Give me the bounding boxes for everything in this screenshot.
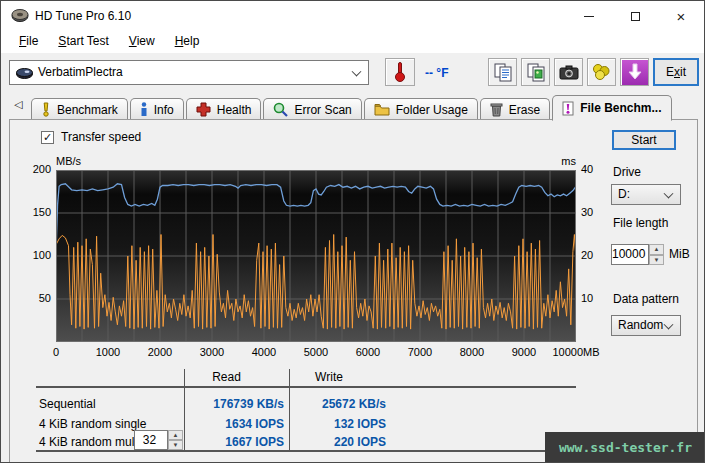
spin-down-icon[interactable]: ▼ [168,440,183,450]
chevron-down-icon [352,66,362,76]
screenshot-button[interactable] [554,58,583,86]
app-icon [11,9,29,23]
transfer-speed-label: Transfer speed [61,130,141,144]
tab-benchmark[interactable]: Benchmark [31,98,128,120]
drive-selector-value: VerbatimPlectra [38,65,123,79]
save-arrow-down-icon [627,63,643,81]
close-icon: × [677,9,686,24]
file-length-unit: MiB [669,247,690,261]
menu-file[interactable]: File [9,31,48,53]
minimize-button[interactable] [566,1,612,31]
start-button[interactable]: Start [612,130,676,150]
file-length-stepper[interactable]: ▲▼ [649,244,664,265]
chevron-down-icon [664,319,674,329]
queue-depth-input[interactable]: 32 [134,430,168,450]
exclamation-icon [41,102,51,117]
transfer-speed-plot [56,170,576,342]
donate-button[interactable] [587,58,616,86]
chevron-down-icon [664,188,674,198]
drive-dropdown[interactable]: D: [611,184,681,205]
title-bar: HD Tune Pro 6.10 × [1,1,704,31]
toolbar: VerbatimPlectra -- °F [1,53,704,93]
file-exclamation-icon [562,101,574,116]
spin-up-icon[interactable]: ▲ [649,244,664,255]
menu-start-test[interactable]: Start Test [48,31,118,53]
copy-text-button[interactable] [488,58,517,86]
hard-disk-icon [16,68,33,79]
left-axis-title: MB/s [56,155,81,167]
maximize-button[interactable] [612,1,658,31]
minimize-icon [584,16,594,17]
file-length-label: File length [613,216,668,230]
tab-file-benchmark[interactable]: File Benchm... [552,95,671,121]
menu-bar: File Start Test View Help [1,31,704,53]
maximize-icon [631,12,640,21]
close-button[interactable]: × [658,1,704,31]
row-random-single-label: 4 KiB random single [39,417,146,431]
menu-view[interactable]: View [119,31,165,53]
drive-selector-dropdown[interactable]: VerbatimPlectra [9,60,369,85]
menu-help[interactable]: Help [165,31,210,53]
magnifier-icon [273,102,288,117]
read-column-header: Read [179,370,274,384]
file-length-input[interactable]: 10000 [611,244,649,265]
random-multi-write-value: 220 IOPS [289,435,386,449]
watermark: www.ssd-tester.fr [545,432,705,463]
data-pattern-dropdown[interactable]: Random [611,315,681,336]
camera-icon [559,65,579,80]
transfer-speed-chart [56,170,576,342]
tab-erase[interactable]: Erase [480,98,550,120]
thermometer-icon [395,62,405,82]
row-sequential-label: Sequential [39,397,96,411]
trash-icon [490,102,503,117]
temperature-readout: -- °F [425,66,448,80]
folder-icon [374,103,390,116]
sequential-read-value: 176739 KB/s [184,397,284,411]
tab-bar: ◁ Benchmark Info Health Error Scan Folde… [1,93,704,120]
row-random-multi-label: 4 KiB random multi [39,435,140,449]
random-single-write-value: 132 IOPS [289,417,386,431]
save-results-button[interactable] [620,58,649,86]
exit-button[interactable]: Exit [653,58,699,86]
drive-label: Drive [613,165,641,179]
copy-image-icon [527,63,545,82]
tab-health[interactable]: Health [186,98,262,120]
red-cross-icon [196,102,211,117]
tab-info[interactable]: Info [130,98,184,120]
donate-coins-icon [592,63,611,81]
table-bottom-rule [36,450,576,452]
spin-down-icon[interactable]: ▼ [649,255,664,266]
queue-depth-stepper[interactable]: ▲▼ [168,430,183,450]
sequential-write-value: 25672 KB/s [289,397,386,411]
temperature-button[interactable] [385,58,415,86]
window-title: HD Tune Pro 6.10 [35,1,131,31]
copy-image-button[interactable] [521,58,550,86]
random-single-read-value: 1634 IOPS [184,417,284,431]
data-pattern-label: Data pattern [613,292,679,306]
hdtune-window: HD Tune Pro 6.10 × File Start Test View … [0,0,705,463]
table-header-rule [36,386,576,388]
transfer-speed-checkbox[interactable]: ✓ [41,131,54,144]
tab-scroll-left-button[interactable]: ◁ [14,98,22,111]
spin-up-icon[interactable]: ▲ [168,430,183,440]
tab-error-scan[interactable]: Error Scan [263,98,361,120]
info-icon [140,102,148,117]
random-multi-read-value: 1667 IOPS [184,435,284,449]
write-column-header: Write [279,370,379,384]
tab-folder-usage[interactable]: Folder Usage [364,98,478,120]
right-axis-title: ms [536,155,576,167]
copy-text-icon [494,63,512,82]
